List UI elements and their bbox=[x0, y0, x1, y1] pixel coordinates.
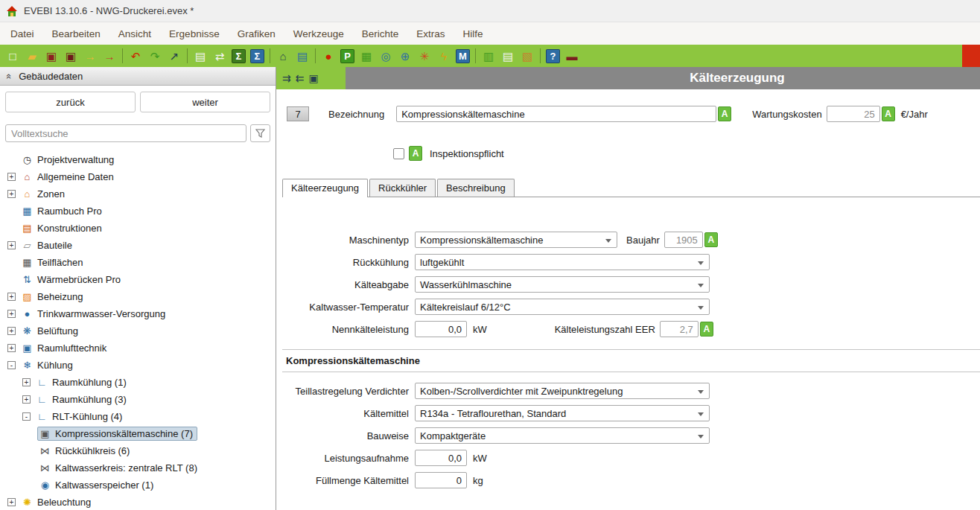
wartungskosten-auto-button[interactable]: A bbox=[882, 106, 895, 121]
leistungsaufnahme-field[interactable]: 0,0 bbox=[415, 450, 467, 466]
bauweise-select[interactable]: Kompaktgeräte bbox=[415, 427, 710, 444]
globe-icon[interactable]: ⊕ bbox=[395, 47, 415, 65]
tree-item[interactable]: ⋈Kaltwasserkreis: zentrale RLT (8) bbox=[0, 459, 276, 476]
copy-record-icon[interactable]: ▣ bbox=[308, 73, 318, 83]
report-preview-icon[interactable]: ▤ bbox=[191, 47, 210, 65]
tree-item[interactable]: +⌂Zonen bbox=[0, 185, 276, 203]
tree-item[interactable]: ⇅Wärmebrücken Pro bbox=[0, 271, 276, 288]
expand-icon[interactable]: + bbox=[7, 173, 16, 181]
tree-item-body[interactable]: ▣Raumlufttechnik bbox=[19, 341, 111, 355]
tree-item-body[interactable]: ▤Konstruktionen bbox=[19, 221, 106, 235]
menu-bearbeiten[interactable]: Bearbeiten bbox=[43, 25, 109, 43]
sum-results-icon[interactable]: Σ bbox=[232, 49, 246, 63]
save-as-icon[interactable]: ▣ bbox=[61, 47, 80, 65]
energy-icon[interactable]: ϟ bbox=[434, 47, 454, 65]
menu-extras[interactable]: Extras bbox=[407, 25, 454, 43]
import-icon[interactable]: → bbox=[100, 47, 119, 65]
expand-icon[interactable]: + bbox=[7, 344, 16, 352]
tree-item[interactable]: +▨Beheizung bbox=[0, 288, 276, 305]
goto-icon[interactable]: ↗ bbox=[165, 47, 184, 65]
tab-kaelteerzeugung[interactable]: Kälteerzeugung bbox=[282, 179, 368, 197]
fuellmenge-field[interactable]: 0 bbox=[415, 472, 467, 488]
next-button[interactable]: weiter bbox=[140, 92, 270, 112]
kaltwasser-temperatur-select[interactable]: Kältekreislauf 6/12°C bbox=[415, 299, 710, 315]
tree-item-body[interactable]: ▦Teilflächen bbox=[19, 255, 87, 270]
teillastregelung-select[interactable]: Kolben-/Scrollverdichter mit Zweipunktre… bbox=[415, 383, 710, 399]
tree-item-body[interactable]: ⋈Rückkühlkreis (6) bbox=[37, 444, 134, 458]
zoom-icon[interactable]: ◎ bbox=[376, 47, 395, 65]
tree-item-body[interactable]: ◉Kaltwasserspeicher (1) bbox=[37, 478, 158, 492]
expand-icon[interactable]: + bbox=[7, 241, 16, 249]
tree-item[interactable]: ⋈Rückkühlkreis (6) bbox=[0, 442, 276, 459]
comment-icon[interactable]: ● bbox=[319, 47, 338, 65]
inspektionspflicht-checkbox[interactable] bbox=[393, 148, 404, 159]
back-button[interactable]: zurück bbox=[5, 92, 136, 112]
undo-icon[interactable]: ↶ bbox=[126, 47, 145, 65]
compare-variants-icon[interactable]: ⇄ bbox=[210, 47, 229, 65]
tree-item[interactable]: +▱Bauteile bbox=[0, 237, 276, 254]
tree-item[interactable]: +❋Belüftung bbox=[0, 322, 276, 340]
baujahr-auto-button[interactable]: A bbox=[704, 232, 718, 247]
expand-icon[interactable]: + bbox=[7, 498, 16, 506]
fulltext-search-input[interactable] bbox=[5, 124, 246, 142]
expand-icon[interactable]: + bbox=[7, 327, 16, 335]
tree-item-body[interactable]: ⇅Wärmebrücken Pro bbox=[19, 272, 125, 287]
document-icon[interactable]: ▤ bbox=[498, 47, 518, 65]
expand-icon[interactable]: + bbox=[7, 310, 16, 318]
menu-werkzeuge[interactable]: Werkzeuge bbox=[284, 25, 353, 43]
tree-item-body[interactable]: ●Trinkwarmwasser-Versorgung bbox=[19, 307, 170, 321]
help-icon[interactable]: ? bbox=[546, 49, 560, 63]
collapse-icon[interactable]: - bbox=[7, 361, 16, 369]
kaelteabgabe-select[interactable]: Wasserkühlmaschine bbox=[415, 276, 710, 293]
tree-item-body[interactable]: ∟Raumkühlung (1) bbox=[34, 375, 131, 389]
expand-records-icon[interactable]: ⇉ bbox=[282, 73, 291, 83]
new-file-icon[interactable]: □ bbox=[3, 47, 22, 65]
collapse-records-icon[interactable]: ⇇ bbox=[296, 73, 305, 83]
tree-item[interactable]: -❄Kühlung bbox=[0, 357, 276, 374]
tree-item-body[interactable]: ❋Belüftung bbox=[19, 324, 83, 338]
certificate-icon[interactable]: ▧ bbox=[518, 47, 537, 65]
bezeichnung-auto-button[interactable]: A bbox=[718, 106, 731, 121]
menu-hilfe[interactable]: Hilfe bbox=[454, 25, 492, 43]
building-export-icon[interactable]: ⌂ bbox=[273, 47, 293, 65]
bezeichnung-field[interactable]: Kompressionskältemaschine bbox=[396, 106, 716, 122]
tree-item-body[interactable]: ▨Beheizung bbox=[19, 290, 87, 304]
tab-rueckkuehler[interactable]: Rückkühler bbox=[369, 179, 436, 197]
tree-item-body[interactable]: ❄Kühlung bbox=[19, 358, 77, 372]
collapse-panel-icon[interactable]: « bbox=[4, 73, 15, 78]
mw-label-icon[interactable]: M bbox=[456, 49, 470, 63]
sun-icon[interactable]: ✳ bbox=[415, 47, 434, 65]
report-green-icon[interactable]: ▥ bbox=[479, 47, 498, 65]
tree-item-body[interactable]: ▱Bauteile bbox=[19, 238, 77, 252]
redo-icon[interactable]: ↷ bbox=[145, 47, 165, 65]
rueckkuehlung-select[interactable]: luftgekühlt bbox=[415, 254, 710, 270]
wartungskosten-field[interactable]: 25 bbox=[827, 106, 880, 122]
tree-item-body[interactable]: ∟Raumkühlung (3) bbox=[34, 392, 131, 407]
menu-berichte[interactable]: Berichte bbox=[353, 25, 408, 43]
collapse-icon[interactable]: - bbox=[22, 412, 31, 421]
tree-item[interactable]: ▤Konstruktionen bbox=[0, 220, 276, 237]
nennkaelteleistung-field[interactable]: 0,0 bbox=[415, 321, 467, 337]
expand-icon[interactable]: + bbox=[22, 378, 31, 386]
inspektionspflicht-auto-button[interactable]: A bbox=[409, 146, 422, 161]
tree-item[interactable]: +✺Beleuchtung bbox=[0, 494, 276, 510]
tree-item[interactable]: ◉Kaltwasserspeicher (1) bbox=[0, 476, 276, 494]
tree-item[interactable]: ▦Teilflächen bbox=[0, 254, 276, 271]
tree-item[interactable]: +∟Raumkühlung (3) bbox=[0, 391, 276, 408]
menu-ansicht[interactable]: Ansicht bbox=[109, 25, 160, 43]
photo-icon[interactable]: P bbox=[340, 49, 354, 63]
tree-item-body[interactable]: ▦Raumbuch Pro bbox=[19, 204, 106, 218]
tree-item[interactable]: +●Trinkwarmwasser-Versorgung bbox=[0, 305, 276, 322]
maschinentyp-select[interactable]: Kompressionskältemaschine bbox=[415, 232, 617, 248]
save-icon[interactable]: ▣ bbox=[42, 47, 61, 65]
tree-item[interactable]: ▣Kompressionskältemaschine (7) bbox=[0, 425, 276, 442]
tree-item[interactable]: ◷Projektverwaltung bbox=[0, 151, 276, 168]
tree-item[interactable]: -∟RLT-Kühlung (4) bbox=[0, 408, 276, 425]
tree-item[interactable]: +▣Raumlufttechnik bbox=[0, 340, 276, 357]
sum-detail-icon[interactable]: Σ bbox=[250, 49, 264, 63]
menu-ergebnisse[interactable]: Ergebnisse bbox=[160, 25, 229, 43]
expand-icon[interactable]: + bbox=[7, 190, 16, 198]
open-folder-icon[interactable]: ▰ bbox=[22, 47, 42, 65]
table-list-icon[interactable]: ▤ bbox=[293, 47, 312, 65]
plan-icon[interactable]: ▦ bbox=[357, 47, 376, 65]
